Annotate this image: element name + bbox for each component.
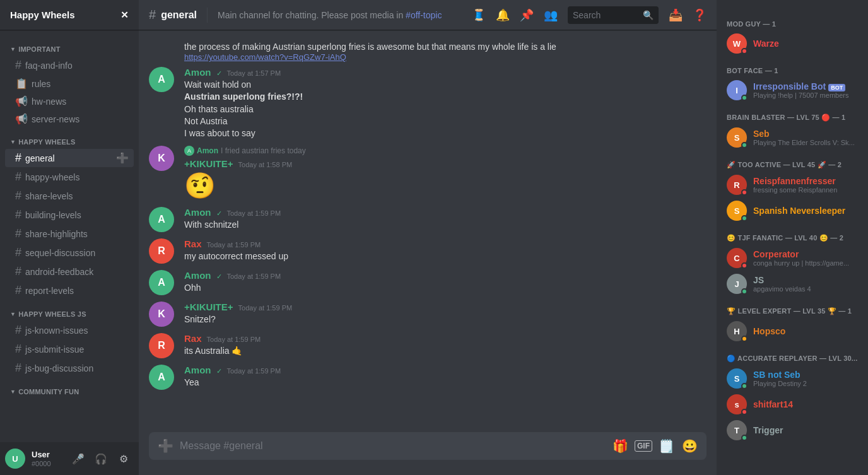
user-avatar[interactable]: U — [5, 449, 25, 469]
channel-item-js-bug-discussion[interactable]: #js-bug-discussion — [5, 359, 134, 377]
channel-item-share-levels[interactable]: #share-levels — [5, 187, 134, 205]
reply-text: I fried austrian fries today — [221, 146, 306, 155]
channel-item-faq-and-info[interactable]: #faq-and-info — [5, 56, 134, 74]
header-icons: 🧵 🔔 📌 👥 🔍 📥 ❓ — [472, 6, 707, 24]
channel-item-js-submit-issue[interactable]: #js-submit-issue — [5, 340, 134, 358]
message-author[interactable]: +KIKUITE+ — [184, 158, 233, 169]
channel-item-general[interactable]: #general➕ — [5, 149, 134, 167]
channel-item-android-feedback[interactable]: #android-feedback — [5, 262, 134, 281]
member-info: Seb Playing The Elder Scrolls V: Sk... — [753, 129, 858, 146]
avatar[interactable]: K — [149, 146, 174, 171]
avatar[interactable]: K — [149, 302, 174, 327]
section-header-community-fun[interactable]: ▼ COMMUNITY FUN — [0, 378, 139, 398]
member-section-header: 🔵 ACCURATE REPLAYER — LVL 30... — [722, 344, 863, 365]
member-activity: fressing some Reispfannen — [753, 186, 858, 194]
section-header-important[interactable]: ▼ IMPORTANT — [0, 35, 139, 56]
section-header-happy-wheels-js[interactable]: ▼ HAPPY WHEELS JS — [0, 300, 139, 320]
message-line: Oh thats australia — [184, 103, 707, 115]
message-group: K +KIKUITE+ Today at 1:59 PM Snitzel? — [139, 299, 717, 329]
avatar[interactable]: R — [149, 238, 174, 264]
member-info: SB not Seb Playing Destiny 2 — [753, 370, 858, 387]
message-author[interactable]: Amon — [184, 67, 211, 78]
username-label: User — [32, 450, 66, 460]
microphone-slash-icon[interactable]: 🎤 — [68, 449, 88, 469]
member-item[interactable]: s shitfart14 — [722, 392, 863, 417]
message-author[interactable]: Rax — [184, 238, 202, 249]
gif-icon[interactable]: GIF — [635, 440, 652, 452]
emoji-icon[interactable]: 😀 — [681, 437, 699, 455]
inbox-icon[interactable]: 📥 — [669, 8, 683, 22]
member-info: Hopsco — [753, 326, 858, 336]
member-item[interactable]: S Spanish Neversleeper — [722, 198, 863, 223]
avatar[interactable]: A — [149, 207, 174, 232]
message-author[interactable]: Rax — [184, 333, 202, 344]
sticker-icon[interactable]: 🗒️ — [657, 437, 676, 455]
channel-item-js-known-issues[interactable]: #js-known-issues — [5, 321, 134, 339]
channel-item-report-levels[interactable]: #report-levels — [5, 281, 134, 300]
message-group: K A Amon I fried austrian fries today +K… — [139, 143, 717, 203]
message-header: +KIKUITE+ Today at 1:59 PM — [184, 302, 707, 312]
member-item[interactable]: I Irresponsible BotBOT Playing !help | 7… — [722, 78, 863, 103]
message-header: Rax Today at 1:59 PM — [184, 238, 707, 249]
member-info: Warze — [753, 38, 858, 49]
message-text: the process of making Austrian superlong… — [184, 42, 556, 52]
member-activity: Playing !help | 75007 members — [753, 91, 858, 99]
member-status-indicator — [741, 215, 748, 221]
channel-sidebar: Happy Wheels ✕ ▼ IMPORTANT#faq-and-info📋… — [0, 0, 139, 475]
message-author[interactable]: Amon — [184, 207, 211, 218]
upload-icon[interactable]: ➕ — [156, 437, 175, 455]
topic-link[interactable]: #off-topic — [406, 10, 442, 20]
section-header-happy-wheels[interactable]: ▼ HAPPY WHEELS — [0, 128, 139, 148]
headset-slash-icon[interactable]: 🎧 — [91, 449, 111, 469]
member-avatar: R — [727, 175, 747, 195]
message-author[interactable]: Amon — [184, 365, 211, 375]
message-author[interactable]: Amon — [184, 270, 211, 281]
channel-item-building-levels[interactable]: #building-levels — [5, 206, 134, 224]
member-item[interactable]: J JS apgavimo veidas 4 — [722, 271, 863, 296]
message-link[interactable]: https://youtube.com/watch?v=RqGZw7-iAhQ — [184, 52, 346, 62]
gift-icon[interactable]: 🎁 — [611, 437, 630, 455]
message-author[interactable]: +KIKUITE+ — [184, 302, 233, 312]
member-item[interactable]: S SB not Seb Playing Destiny 2 — [722, 366, 863, 391]
pinned-messages-icon[interactable]: 📌 — [520, 8, 534, 22]
member-status-indicator — [741, 383, 748, 389]
search-input[interactable] — [573, 10, 638, 20]
member-activity: apgavimo veidas 4 — [753, 285, 858, 293]
member-status-indicator — [741, 435, 748, 441]
user-discriminator: #0000 — [32, 460, 66, 467]
avatar[interactable]: A — [149, 365, 174, 390]
message-input[interactable] — [180, 440, 606, 452]
avatar[interactable]: R — [149, 333, 174, 358]
add-member-icon[interactable]: ➕ — [116, 152, 129, 164]
search-bar[interactable]: 🔍 — [568, 6, 659, 24]
channel-item-share-highlights[interactable]: #share-highlights — [5, 225, 134, 243]
channel-item-happy-wheels[interactable]: #happy-wheels — [5, 168, 134, 186]
member-item[interactable]: T Trigger — [722, 418, 863, 443]
channel-label: share-levels — [25, 191, 73, 201]
message-content: Rax Today at 1:59 PM its Australia 🤙 — [184, 333, 707, 358]
hash-icon: # — [15, 343, 21, 356]
search-icon: 🔍 — [643, 10, 654, 20]
channel-item-rules[interactable]: 📋rules — [5, 75, 134, 92]
help-icon[interactable]: ❓ — [693, 8, 707, 22]
avatar[interactable]: A — [149, 270, 174, 295]
channel-label: android-feedback — [25, 267, 93, 277]
channel-item-server-news[interactable]: 📢server-news — [5, 110, 134, 127]
members-list-icon[interactable]: 👥 — [544, 8, 558, 22]
member-item[interactable]: S Seb Playing The Elder Scrolls V: Sk... — [722, 125, 863, 150]
user-info: User #0000 — [28, 450, 66, 467]
channel-item-hw-news[interactable]: 📢hw-news — [5, 93, 134, 110]
settings-icon[interactable]: ⚙ — [114, 449, 134, 469]
verified-checkmark: ✓ — [216, 69, 222, 78]
member-item[interactable]: C Corperator conga hurry up | https://ga… — [722, 245, 863, 271]
member-item[interactable]: H Hopsco — [722, 319, 863, 344]
avatar[interactable]: A — [149, 67, 174, 92]
member-name: JS — [753, 275, 858, 285]
notifications-icon[interactable]: 🔔 — [496, 8, 510, 22]
threads-icon[interactable]: 🧵 — [472, 8, 486, 22]
member-item[interactable]: W Warze — [722, 31, 863, 56]
server-name[interactable]: Happy Wheels ✕ — [0, 0, 139, 30]
channel-item-sequel-discussion[interactable]: #sequel-discussion — [5, 243, 134, 262]
member-item[interactable]: R Reispfannenfresser fressing some Reisp… — [722, 172, 863, 197]
hash-icon: # — [15, 227, 21, 240]
